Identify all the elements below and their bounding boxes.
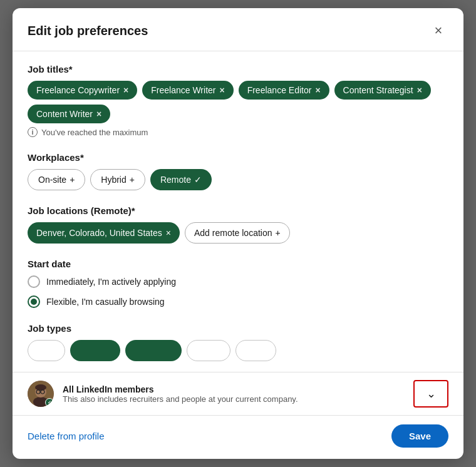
job-types-section: Job types	[28, 323, 448, 361]
job-title-tag-content-strategist[interactable]: Content Strategist ×	[334, 81, 431, 100]
modal-title: Edit job preferences	[28, 24, 148, 38]
radio-flexible[interactable]	[28, 295, 40, 308]
start-date-immediately[interactable]: Immediately, I'm actively applying	[28, 275, 448, 288]
start-date-options: Immediately, I'm actively applying Flexi…	[28, 275, 448, 308]
job-titles-section: Job titles* Freelance Copywriter × Freel…	[28, 64, 448, 137]
job-titles-label: Job titles*	[28, 64, 448, 74]
start-date-label: Start date	[28, 259, 448, 269]
start-date-flexible[interactable]: Flexible, I'm casually browsing	[28, 295, 448, 308]
start-date-section: Start date Immediately, I'm actively app…	[28, 259, 448, 308]
job-titles-tags: Freelance Copywriter × Freelance Writer …	[28, 81, 448, 123]
modal-header: Edit job preferences ×	[13, 8, 463, 51]
close-button[interactable]: ×	[428, 21, 448, 41]
add-remote-location-button[interactable]: Add remote location +	[185, 222, 290, 244]
max-notice: i You've reached the maximum	[28, 127, 448, 137]
remove-denver-location[interactable]: ×	[166, 228, 171, 238]
delete-from-profile-button[interactable]: Delete from profile	[28, 431, 105, 441]
job-title-tag-freelance-writer[interactable]: Freelance Writer ×	[142, 81, 233, 100]
visibility-bar: ✓ All LinkedIn members This also include…	[13, 372, 463, 415]
job-locations-label: Job locations (Remote)*	[28, 205, 448, 216]
chevron-down-icon: ⌄	[427, 387, 436, 401]
avatar: ✓	[28, 381, 54, 407]
remove-freelance-editor[interactable]: ×	[315, 85, 320, 95]
location-denver[interactable]: Denver, Colorado, United States ×	[28, 222, 180, 244]
modal-overlay: Edit job preferences × Job titles* Freel…	[0, 0, 476, 467]
remove-content-strategist[interactable]: ×	[417, 85, 422, 95]
job-types-label: Job types	[28, 323, 448, 334]
workplace-onsite[interactable]: On-site +	[28, 169, 85, 190]
modal-body: Job titles* Freelance Copywriter × Freel…	[13, 51, 463, 372]
workplace-remote[interactable]: Remote ✓	[150, 169, 212, 190]
visibility-title: All LinkedIn members	[63, 384, 405, 394]
job-type-5[interactable]	[235, 340, 276, 361]
job-title-tag-freelance-copywriter[interactable]: Freelance Copywriter ×	[28, 81, 137, 100]
info-icon: i	[28, 127, 38, 137]
job-type-3[interactable]	[125, 340, 182, 361]
job-title-tag-content-writer[interactable]: Content Writer ×	[28, 105, 110, 123]
visibility-info: All LinkedIn members This also includes …	[63, 384, 405, 404]
visibility-subtitle: This also includes recruiters and people…	[63, 394, 405, 404]
save-button[interactable]: Save	[391, 424, 448, 448]
modal-actions: Delete from profile Save	[13, 415, 463, 459]
job-locations-tags: Denver, Colorado, United States × Add re…	[28, 222, 448, 244]
visibility-dropdown-button[interactable]: ⌄	[413, 380, 448, 408]
job-type-2[interactable]	[70, 340, 120, 361]
remove-freelance-copywriter[interactable]: ×	[123, 85, 128, 95]
svg-point-3	[35, 384, 46, 391]
workplaces-section: Workplaces* On-site + Hybrid + Remote ✓	[28, 152, 448, 190]
job-locations-section: Job locations (Remote)* Denver, Colorado…	[28, 205, 448, 244]
remove-content-writer[interactable]: ×	[96, 109, 101, 119]
job-type-1[interactable]	[28, 340, 65, 361]
workplace-hybrid[interactable]: Hybrid +	[90, 169, 145, 190]
edit-job-preferences-modal: Edit job preferences × Job titles* Freel…	[13, 8, 463, 459]
remove-freelance-writer[interactable]: ×	[219, 85, 224, 95]
radio-immediately[interactable]	[28, 275, 40, 288]
job-type-4[interactable]	[187, 340, 230, 361]
job-types-tags	[28, 340, 448, 361]
workplaces-label: Workplaces*	[28, 152, 448, 163]
job-title-tag-freelance-editor[interactable]: Freelance Editor ×	[239, 81, 329, 100]
workplaces-options: On-site + Hybrid + Remote ✓	[28, 169, 448, 190]
